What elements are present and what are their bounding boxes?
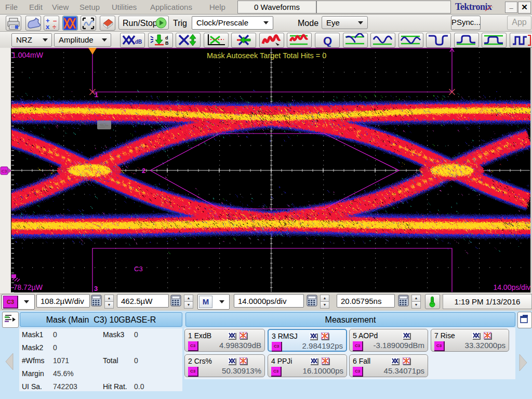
svg-text:x: x	[46, 23, 50, 31]
svg-text:B: B	[165, 41, 169, 46]
svg-text:dB: dB	[135, 39, 142, 45]
svg-text:C3: C3	[134, 265, 143, 273]
svg-text:Q: Q	[323, 34, 332, 47]
svg-text:d: d	[165, 35, 168, 41]
svg-text:÷: ÷	[52, 23, 56, 31]
svg-text:-78.72µW: -78.72µW	[11, 283, 43, 291]
svg-text:2: 2	[142, 167, 145, 175]
svg-text:14.00ps/div: 14.00ps/div	[493, 283, 530, 291]
svg-text:1: 1	[95, 91, 98, 99]
svg-text:3: 3	[94, 285, 98, 292]
svg-text:Mask Autoseek Target Total Hit: Mask Autoseek Target Total Hits = 0	[207, 51, 326, 60]
svg-text:C3: C3	[2, 169, 7, 174]
svg-text:1.004mW: 1.004mW	[12, 51, 44, 59]
